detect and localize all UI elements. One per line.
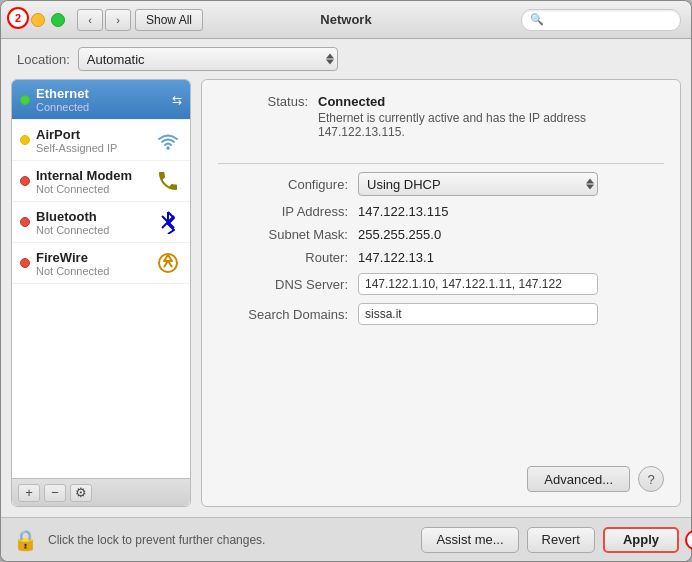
search-domains-label: Search Domains: xyxy=(218,307,348,322)
search-domains-row: Search Domains: xyxy=(218,303,664,325)
add-network-button[interactable]: + xyxy=(18,484,40,502)
search-input[interactable] xyxy=(548,13,672,27)
titlebar: 2 ‹ › Show All Network 🔍 xyxy=(1,1,691,39)
status-dot-airport xyxy=(20,135,30,145)
maximize-button[interactable] xyxy=(51,13,65,27)
sidebar-item-firewire[interactable]: FireWire Not Connected xyxy=(12,243,190,284)
sidebar-toolbar: + − ⚙ xyxy=(12,478,190,506)
ip-label: IP Address: xyxy=(218,204,348,219)
router-label: Router: xyxy=(218,250,348,265)
ethernet-nav-icon: ⇆ xyxy=(172,93,182,107)
main-panel: Status: Connected Ethernet is currently … xyxy=(201,79,681,507)
sidebar-item-modem[interactable]: Internal Modem Not Connected xyxy=(12,161,190,202)
content-area: Ethernet Connected ⇆ AirPort Self-Assign… xyxy=(1,79,691,517)
status-dot-firewire xyxy=(20,258,30,268)
network-settings-button[interactable]: ⚙ xyxy=(70,484,92,502)
dns-label: DNS Server: xyxy=(218,277,348,292)
modem-icon xyxy=(154,167,182,195)
wifi-icon xyxy=(154,126,182,154)
sidebar-item-text-airport: AirPort Self-Assigned IP xyxy=(36,127,150,154)
assist-me-button[interactable]: Assist me... xyxy=(421,527,518,553)
status-dot-bluetooth xyxy=(20,217,30,227)
sidebar-item-text-bluetooth: Bluetooth Not Connected xyxy=(36,209,150,236)
bluetooth-icon xyxy=(154,208,182,236)
subnet-row: Subnet Mask: 255.255.255.0 xyxy=(218,227,664,242)
advanced-button[interactable]: Advanced... xyxy=(527,466,630,492)
window-title: Network xyxy=(320,12,371,27)
bottom-bar: 🔒 Click the lock to prevent further chan… xyxy=(1,517,691,561)
subnet-label: Subnet Mask: xyxy=(218,227,348,242)
panel-actions: Advanced... ? xyxy=(218,466,664,492)
divider xyxy=(218,163,664,164)
sidebar-item-ethernet[interactable]: Ethernet Connected ⇆ xyxy=(12,80,190,120)
router-row: Router: 147.122.13.1 xyxy=(218,250,664,265)
network-preferences-window: 2 ‹ › Show All Network 🔍 Location: Autom… xyxy=(0,0,692,562)
location-select[interactable]: Automatic xyxy=(78,47,338,71)
status-value: Connected xyxy=(318,94,664,109)
help-button[interactable]: ? xyxy=(638,466,664,492)
status-description: Ethernet is currently active and has the… xyxy=(318,111,664,139)
annotation-1: 1 xyxy=(685,530,692,550)
search-icon: 🔍 xyxy=(530,13,544,26)
configure-row: Configure: Using DHCP xyxy=(218,172,664,196)
sidebar-item-text-modem: Internal Modem Not Connected xyxy=(36,168,150,195)
svg-point-0 xyxy=(167,147,170,150)
location-select-wrapper: Automatic xyxy=(78,47,338,71)
configure-label: Configure: xyxy=(218,177,348,192)
dns-row: DNS Server: xyxy=(218,273,664,295)
configure-select[interactable]: Using DHCP xyxy=(358,172,598,196)
status-row: Status: Connected Ethernet is currently … xyxy=(218,94,664,139)
nav-buttons: ‹ › xyxy=(77,9,131,31)
back-button[interactable]: ‹ xyxy=(77,9,103,31)
sidebar: Ethernet Connected ⇆ AirPort Self-Assign… xyxy=(11,79,191,507)
remove-network-button[interactable]: − xyxy=(44,484,66,502)
lock-text: Click the lock to prevent further change… xyxy=(48,533,411,547)
ip-value: 147.122.13.115 xyxy=(358,204,448,219)
dns-input[interactable] xyxy=(358,273,598,295)
show-all-button[interactable]: Show All xyxy=(135,9,203,31)
sidebar-item-bluetooth[interactable]: Bluetooth Not Connected xyxy=(12,202,190,243)
status-info: Connected Ethernet is currently active a… xyxy=(318,94,664,139)
subnet-value: 255.255.255.0 xyxy=(358,227,441,242)
status-label: Status: xyxy=(218,94,308,109)
firewire-icon xyxy=(154,249,182,277)
sidebar-list: Ethernet Connected ⇆ AirPort Self-Assign… xyxy=(12,80,190,478)
lock-icon[interactable]: 🔒 xyxy=(13,528,38,552)
sidebar-item-text-firewire: FireWire Not Connected xyxy=(36,250,150,277)
revert-button[interactable]: Revert xyxy=(527,527,595,553)
status-dot-modem xyxy=(20,176,30,186)
configure-select-wrapper: Using DHCP xyxy=(358,172,598,196)
ip-row: IP Address: 147.122.13.115 xyxy=(218,204,664,219)
forward-button[interactable]: › xyxy=(105,9,131,31)
router-value: 147.122.13.1 xyxy=(358,250,434,265)
minimize-button[interactable] xyxy=(31,13,45,27)
status-dot-ethernet xyxy=(20,95,30,105)
search-domains-input[interactable] xyxy=(358,303,598,325)
apply-button[interactable]: Apply xyxy=(603,527,679,553)
location-label: Location: xyxy=(17,52,70,67)
sidebar-item-text-ethernet: Ethernet Connected xyxy=(36,86,168,113)
annotation-2: 2 xyxy=(7,7,29,29)
bottom-buttons: Assist me... Revert Apply 1 xyxy=(421,527,679,553)
location-bar: Location: Automatic xyxy=(1,39,691,79)
search-box: 🔍 xyxy=(521,9,681,31)
traffic-lights: 2 xyxy=(11,13,65,27)
sidebar-item-airport[interactable]: AirPort Self-Assigned IP xyxy=(12,120,190,161)
